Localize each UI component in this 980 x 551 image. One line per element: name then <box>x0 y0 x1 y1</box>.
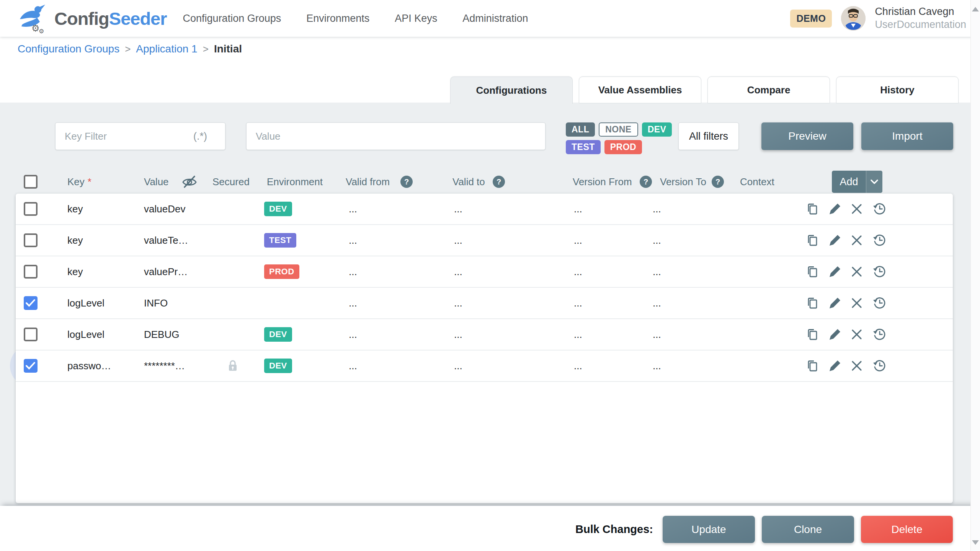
delete-icon[interactable] <box>850 328 864 341</box>
breadcrumb-application-1[interactable]: Application 1 <box>136 43 197 55</box>
eye-slash-icon[interactable] <box>181 174 198 190</box>
configseeder-logo-icon: ⚙ ⚙ <box>18 3 48 34</box>
user-tenant: UserDocumentation <box>875 18 966 31</box>
table-row: passwo… ********… DEV ... ... ... ... <box>16 350 953 382</box>
delete-icon[interactable] <box>850 296 864 310</box>
cell-version-to: ... <box>653 350 661 381</box>
page-scrollbar[interactable] <box>970 0 980 551</box>
history-icon[interactable] <box>872 233 886 247</box>
copy-icon[interactable] <box>805 233 819 247</box>
history-icon[interactable] <box>872 359 886 373</box>
tab-configurations[interactable]: Configurations <box>450 77 573 104</box>
nav-configuration-groups[interactable]: Configuration Groups <box>183 13 281 24</box>
main-nav: Configuration Groups Environments API Ke… <box>183 13 528 24</box>
preview-button[interactable]: Preview <box>761 122 853 150</box>
chip-none[interactable]: NONE <box>599 122 638 137</box>
row-checkbox[interactable] <box>24 359 38 373</box>
copy-icon[interactable] <box>805 359 819 373</box>
table-header-row: Key* Value Secured Environment Valid fro… <box>16 170 953 194</box>
col-header-version-to: Version To <box>660 170 706 194</box>
scroll-down-icon[interactable] <box>972 540 979 545</box>
edit-icon[interactable] <box>828 328 842 341</box>
brand-seeder: Seeder <box>109 8 167 29</box>
edit-icon[interactable] <box>828 202 842 216</box>
environment-badge: DEV <box>264 359 292 373</box>
help-icon-version-from[interactable]: ? <box>640 176 652 188</box>
cell-key: key <box>67 225 83 256</box>
delete-icon[interactable] <box>850 202 864 216</box>
col-header-version-from: Version From <box>573 170 632 194</box>
edit-icon[interactable] <box>828 359 842 373</box>
row-checkbox[interactable] <box>24 265 38 279</box>
table-row: key valueTe… TEST ... ... ... ... <box>16 225 953 256</box>
scroll-up-icon[interactable] <box>972 7 979 11</box>
cell-value: valueTe… <box>144 225 188 256</box>
col-header-valid-from: Valid from <box>346 170 390 194</box>
cell-key: logLevel <box>67 288 105 318</box>
help-icon-valid-from[interactable]: ? <box>400 176 413 188</box>
chevron-down-icon[interactable] <box>866 171 882 193</box>
app-header: ⚙ ⚙ ConfigSeeder Configuration Groups En… <box>0 0 980 37</box>
history-icon[interactable] <box>872 296 886 310</box>
table-row: logLevel DEBUG DEV ... ... ... ... <box>16 319 953 350</box>
history-icon[interactable] <box>872 265 886 279</box>
edit-icon[interactable] <box>828 265 842 279</box>
lock-icon <box>225 359 240 373</box>
history-icon[interactable] <box>872 202 886 216</box>
tab-value-assemblies[interactable]: Value Assemblies <box>579 77 701 103</box>
cell-valid-to: ... <box>454 288 462 318</box>
edit-icon[interactable] <box>828 233 842 247</box>
tab-compare[interactable]: Compare <box>707 77 830 103</box>
tab-bar: Configurations Value Assemblies Compare … <box>450 77 959 104</box>
tab-history[interactable]: History <box>836 77 959 103</box>
cell-version-to: ... <box>653 225 661 256</box>
copy-icon[interactable] <box>805 328 819 341</box>
key-filter-input[interactable] <box>55 122 225 150</box>
cell-valid-to: ... <box>454 225 462 256</box>
copy-icon[interactable] <box>805 265 819 279</box>
chip-prod[interactable]: PROD <box>604 140 642 154</box>
help-icon-valid-to[interactable]: ? <box>493 176 505 188</box>
cell-valid-from: ... <box>349 225 357 256</box>
bulk-clone-button[interactable]: Clone <box>762 516 854 543</box>
brand-config: Config <box>54 8 109 29</box>
import-button[interactable]: Import <box>861 122 953 150</box>
help-icon-version-to[interactable]: ? <box>712 176 724 188</box>
add-button[interactable]: Add <box>832 171 882 193</box>
chip-all[interactable]: ALL <box>566 122 595 137</box>
cell-key: key <box>67 256 83 287</box>
row-checkbox[interactable] <box>24 233 38 247</box>
breadcrumb-bar: Configuration Groups > Application 1 > I… <box>0 37 980 61</box>
value-filter-input[interactable] <box>246 122 546 150</box>
history-icon[interactable] <box>872 328 886 341</box>
col-header-value: Value <box>144 170 169 194</box>
user-menu[interactable]: Christian Cavegn UserDocumentation <box>875 5 966 31</box>
chip-test[interactable]: TEST <box>566 140 601 154</box>
bulk-changes-label: Bulk Changes: <box>575 516 653 543</box>
nav-environments[interactable]: Environments <box>306 13 369 24</box>
cell-version-to: ... <box>653 256 661 287</box>
delete-icon[interactable] <box>850 233 864 247</box>
nav-administration[interactable]: Administration <box>462 13 528 24</box>
avatar-photo <box>841 6 866 31</box>
brand-logo[interactable]: ⚙ ⚙ ConfigSeeder <box>18 3 167 34</box>
cell-version-to: ... <box>653 288 661 318</box>
edit-icon[interactable] <box>828 296 842 310</box>
delete-icon[interactable] <box>850 265 864 279</box>
row-checkbox[interactable] <box>24 202 38 216</box>
bulk-delete-button[interactable]: Delete <box>861 516 953 543</box>
copy-icon[interactable] <box>805 202 819 216</box>
delete-icon[interactable] <box>850 359 864 373</box>
select-all-checkbox[interactable] <box>24 175 38 189</box>
nav-api-keys[interactable]: API Keys <box>395 13 437 24</box>
row-checkbox[interactable] <box>24 296 38 310</box>
chip-dev[interactable]: DEV <box>642 122 672 137</box>
breadcrumb-configuration-groups[interactable]: Configuration Groups <box>18 43 119 55</box>
col-header-secured: Secured <box>212 170 250 194</box>
all-filters-button[interactable]: All filters <box>678 122 739 150</box>
cell-valid-from: ... <box>349 256 357 287</box>
copy-icon[interactable] <box>805 296 819 310</box>
user-avatar[interactable] <box>841 6 866 31</box>
bulk-update-button[interactable]: Update <box>663 516 755 543</box>
row-checkbox[interactable] <box>24 328 38 341</box>
